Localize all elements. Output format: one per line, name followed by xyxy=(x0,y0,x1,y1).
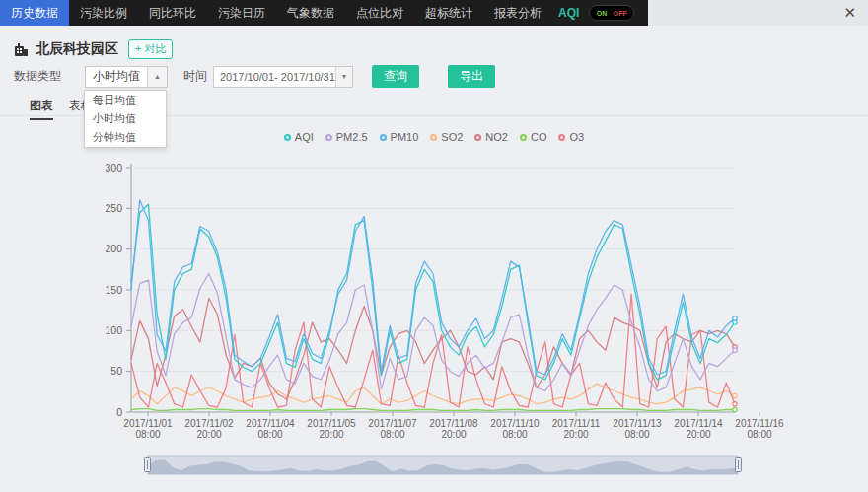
svg-text:2017/11/1308:00: 2017/11/1308:00 xyxy=(613,418,662,440)
nav-dark-strip: 历史数据污染比例同比环比污染日历气象数据点位比对超标统计报表分析 AQI ON … xyxy=(0,0,648,26)
nav-tab[interactable]: 污染日历 xyxy=(207,0,276,26)
legend-marker-icon xyxy=(430,134,437,141)
nav-tab[interactable]: 点位比对 xyxy=(345,0,414,26)
svg-text:200: 200 xyxy=(105,243,122,254)
svg-text:2017/11/0708:00: 2017/11/0708:00 xyxy=(368,418,417,440)
toggle-on-label: ON xyxy=(597,10,608,17)
data-type-select[interactable]: 小时均值 ▲ xyxy=(85,66,168,88)
svg-text:2017/11/1008:00: 2017/11/1008:00 xyxy=(490,418,540,440)
legend-marker-icon xyxy=(474,134,481,141)
legend-marker-icon xyxy=(284,134,291,141)
nav-tab[interactable]: 报表分析 xyxy=(483,0,552,26)
top-navbar: 历史数据污染比例同比环比污染日历气象数据点位比对超标统计报表分析 AQI ON … xyxy=(0,0,868,26)
legend-marker-icon xyxy=(520,134,527,141)
station-header: 北辰科技园区 + 对比 xyxy=(14,39,173,59)
query-button[interactable]: 查询 xyxy=(372,65,419,88)
data-type-label: 数据类型 xyxy=(14,68,61,85)
data-type-value: 小时均值 xyxy=(86,68,147,85)
app-window: 历史数据污染比例同比环比污染日历气象数据点位比对超标统计报表分析 AQI ON … xyxy=(0,0,868,492)
legend-label: AQI xyxy=(295,131,314,143)
legend-item[interactable]: NO2 xyxy=(474,131,508,143)
building-icon xyxy=(14,42,29,57)
svg-text:0: 0 xyxy=(116,406,122,418)
legend-item[interactable]: AQI xyxy=(284,131,314,143)
date-range-select[interactable]: 2017/10/01- 2017/10/31 ▼ xyxy=(213,66,353,88)
svg-text:2017/11/0408:00: 2017/11/0408:00 xyxy=(246,418,295,440)
legend-label: SO2 xyxy=(441,131,463,143)
chevron-up-icon: ▲ xyxy=(147,67,167,87)
nav-tab[interactable]: 超标统计 xyxy=(414,0,483,26)
compare-button[interactable]: + 对比 xyxy=(128,39,173,59)
export-button[interactable]: 导出 xyxy=(448,65,495,88)
aqi-toggle[interactable]: ON OFF xyxy=(589,5,634,21)
filter-toolbar: 数据类型 小时均值 ▲ 时间 2017/10/01- 2017/10/31 ▼ … xyxy=(14,65,495,88)
legend-marker-icon xyxy=(558,134,565,141)
dropdown-option[interactable]: 小时均值 xyxy=(85,109,166,128)
legend-marker-icon xyxy=(380,134,387,141)
data-type-dropdown: 每日均值小时均值分钟均值 xyxy=(84,90,167,148)
svg-text:150: 150 xyxy=(105,284,122,296)
nav-tab[interactable]: 气象数据 xyxy=(276,0,345,26)
nav-tab[interactable]: 历史数据 xyxy=(0,0,69,26)
dropdown-option[interactable]: 每日均值 xyxy=(85,91,166,109)
svg-text:2017/11/1420:00: 2017/11/1420:00 xyxy=(674,418,723,440)
legend-item[interactable]: O3 xyxy=(558,131,584,143)
legend-label: CO xyxy=(531,131,547,143)
svg-text:100: 100 xyxy=(105,324,122,336)
legend-label: O3 xyxy=(569,131,584,143)
nav-tabs: 历史数据污染比例同比环比污染日历气象数据点位比对超标统计报表分析 xyxy=(0,0,552,26)
svg-text:50: 50 xyxy=(110,365,122,377)
legend-marker-icon xyxy=(326,134,332,141)
svg-text:2017/11/1120:00: 2017/11/1120:00 xyxy=(552,418,601,440)
tab-chart[interactable]: 图表 xyxy=(30,98,53,120)
svg-text:2017/11/0108:00: 2017/11/0108:00 xyxy=(123,418,173,440)
svg-text:2017/11/0220:00: 2017/11/0220:00 xyxy=(184,418,234,440)
aqi-label: AQI xyxy=(558,6,579,20)
legend-label: PM10 xyxy=(391,131,419,143)
svg-text:2017/11/1608:00: 2017/11/1608:00 xyxy=(735,418,784,440)
svg-text:2017/11/0820:00: 2017/11/0820:00 xyxy=(429,418,478,440)
time-label: 时间 xyxy=(183,68,207,85)
chevron-down-icon: ▼ xyxy=(335,67,352,87)
legend-item[interactable]: CO xyxy=(520,131,547,143)
date-range-value: 2017/10/01- 2017/10/31 xyxy=(214,71,335,83)
legend-label: PM2.5 xyxy=(336,131,368,143)
chart-canvas: 0501001502002503002017/11/0108:002017/11… xyxy=(0,158,868,454)
toggle-off-label: OFF xyxy=(614,10,627,17)
svg-text:2017/11/0520:00: 2017/11/0520:00 xyxy=(307,418,356,440)
nav-tab[interactable]: 污染比例 xyxy=(69,0,138,26)
close-icon[interactable]: ✕ xyxy=(843,3,856,23)
page-title: 北辰科技园区 xyxy=(36,40,118,58)
legend-label: NO2 xyxy=(485,131,508,143)
svg-text:300: 300 xyxy=(105,162,122,174)
svg-text:250: 250 xyxy=(105,202,122,214)
dropdown-option[interactable]: 分钟均值 xyxy=(85,128,166,147)
legend-item[interactable]: PM2.5 xyxy=(326,131,368,143)
datazoom-slider[interactable] xyxy=(0,450,868,489)
nav-tab[interactable]: 同比环比 xyxy=(138,0,207,26)
legend-item[interactable]: SO2 xyxy=(430,131,463,143)
legend-item[interactable]: PM10 xyxy=(380,131,419,143)
